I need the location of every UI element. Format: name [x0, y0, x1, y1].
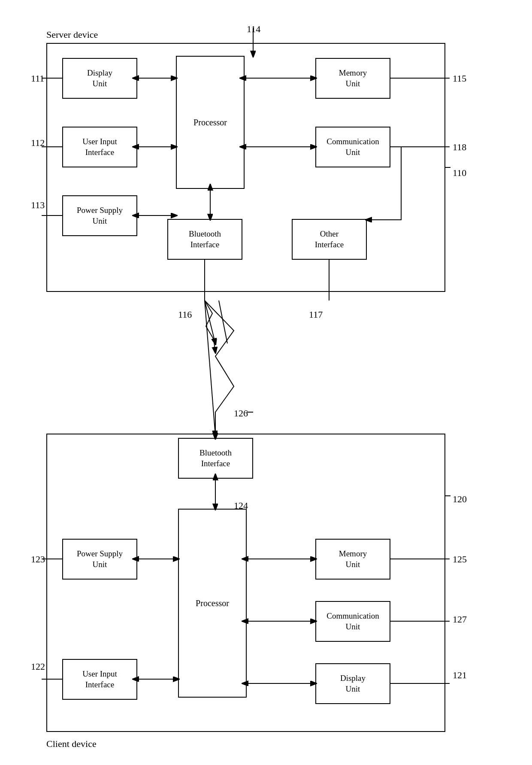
client-display-unit: DisplayUnit	[315, 663, 390, 704]
ref-126: 126	[234, 408, 248, 419]
client-memory-unit: MemoryUnit	[315, 539, 390, 580]
ref-118: 118	[453, 142, 466, 153]
ref-125: 125	[453, 554, 467, 565]
server-power-supply: Power SupplyUnit	[62, 195, 137, 236]
ref-121: 121	[453, 670, 467, 681]
svg-line-12	[205, 301, 215, 343]
client-processor: Processor	[178, 509, 247, 698]
ref-127: 127	[453, 614, 467, 625]
ref-122: 122	[31, 661, 45, 672]
server-display-unit: DisplayUnit	[62, 58, 137, 99]
server-device-label: Server device	[46, 29, 98, 40]
ref-110: 110	[453, 167, 466, 179]
server-user-input: User InputInterface	[62, 127, 137, 167]
client-user-input: User InputInterface	[62, 659, 137, 700]
server-processor: Processor	[176, 56, 245, 189]
ref-115: 115	[453, 73, 466, 84]
ref-113: 113	[31, 200, 45, 211]
ref-112: 112	[31, 137, 45, 149]
ref-111: 111	[31, 73, 44, 84]
client-comm-unit: CommunicationUnit	[315, 601, 390, 642]
client-power-supply: Power SupplyUnit	[62, 539, 137, 580]
server-comm-unit: CommunicationUnit	[315, 127, 390, 167]
ref-120: 120	[453, 494, 467, 505]
server-bluetooth: BluetoothInterface	[167, 219, 242, 260]
server-memory-unit: MemoryUnit	[315, 58, 390, 99]
client-device-label: Client device	[46, 738, 97, 750]
ref-114: 114	[247, 24, 260, 35]
ref-123: 123	[31, 554, 45, 565]
ref-116: 116	[178, 309, 192, 320]
client-bluetooth: BluetoothInterface	[178, 438, 253, 479]
svg-line-32	[205, 301, 215, 436]
ref-117: 117	[309, 309, 323, 320]
server-other-interface: OtherInterface	[292, 219, 367, 260]
diagram-container: Server device 114 110 111 112 113 115 11…	[0, 0, 532, 765]
svg-line-13	[219, 301, 227, 343]
